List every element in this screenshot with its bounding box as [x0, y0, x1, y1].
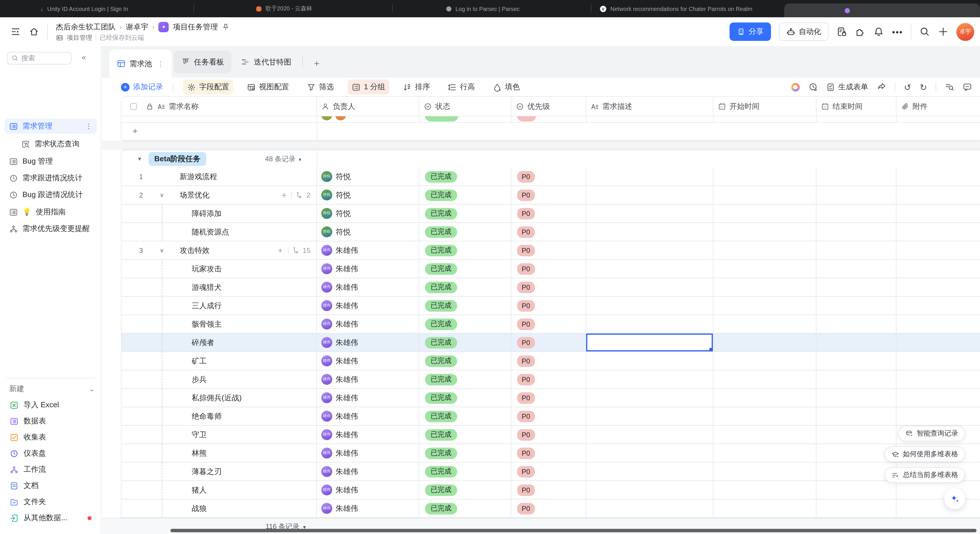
cell-status[interactable]: 已完成 [419, 389, 511, 407]
cell-description[interactable] [586, 407, 713, 425]
cell-end-time[interactable] [816, 278, 897, 296]
browser-tab-active[interactable] [784, 3, 980, 17]
cell-name[interactable]: 3 ∨ 攻击特效 ＋ 15 [121, 241, 317, 259]
cell-description[interactable] [586, 204, 713, 222]
cell-name[interactable]: ∨ 私掠佣兵(近战) ＋ [121, 389, 317, 407]
tab-iteration-gantt[interactable]: 迭代甘特图 [234, 51, 299, 73]
table-row[interactable]: ∨ 碎颅者 ＋ 雄伟 朱雄伟 已完成 P0 [121, 333, 980, 352]
sidebar-item-req-stats[interactable]: 需求跟进情况统计 [5, 171, 97, 185]
cell-owner[interactable]: 雄伟 朱雄伟 [317, 389, 419, 407]
cell-owner[interactable]: 雄伟 朱雄伟 [317, 260, 419, 277]
column-header-priority[interactable]: 优先级 [511, 97, 586, 116]
cell-owner[interactable]: 雄伟 朱雄伟 [317, 481, 419, 499]
comment-icon[interactable] [963, 82, 972, 92]
sidebar-item-req-status-query[interactable]: 需求状态查询 [5, 137, 97, 151]
cell-name[interactable]: ∨ 绝命毒师 ＋ [121, 407, 317, 425]
cell-name[interactable]: ∨ 猪人 ＋ [121, 481, 317, 499]
sidebar-toggle-icon[interactable] [10, 27, 21, 37]
cell-owner[interactable]: 雄伟 朱雄伟 [317, 333, 419, 351]
cell-owner[interactable]: 雄伟 朱雄伟 [317, 241, 419, 259]
column-header-description[interactable]: 需求描述 [586, 97, 713, 116]
subtask-controls[interactable]: ＋ 2 [280, 190, 310, 200]
cell-start-time[interactable] [713, 241, 816, 259]
table-row[interactable]: ∨ 战狼 ＋ 雄伟 朱雄伟 已完成 P0 [121, 499, 980, 518]
cell-name[interactable]: ∨ 步兵 ＋ [121, 370, 317, 388]
cell-name[interactable]: ∨ 三人成行 ＋ [121, 296, 317, 314]
cell-status[interactable]: 已完成 [419, 260, 511, 277]
cell-status[interactable]: 已完成 [419, 315, 511, 333]
cell-status[interactable]: 已完成 [419, 223, 511, 241]
browser-tab[interactable]: 歌于2020 - 云森林 [256, 0, 383, 17]
share-view-icon[interactable] [877, 82, 886, 92]
table-row[interactable]: ∨ 绝命毒师 ＋ 雄伟 朱雄伟 已完成 P0 [121, 407, 980, 426]
column-header-end-time[interactable]: 结束时间 [816, 97, 897, 116]
cell-description[interactable] [586, 389, 713, 407]
cell-end-time[interactable] [816, 333, 897, 351]
fill-color-button[interactable]: 填色 [489, 80, 524, 94]
new-doc-icon[interactable] [938, 27, 948, 37]
cell-priority[interactable]: P0 [511, 370, 586, 388]
cell-priority[interactable]: P0 [511, 389, 586, 407]
cell-description[interactable] [586, 370, 713, 388]
cell-description[interactable] [586, 499, 713, 517]
cell-start-time[interactable] [713, 333, 816, 351]
table-row[interactable]: 2 ∨ 场景优化 ＋ 2 符悦 符悦 已完成 P0 [121, 186, 980, 204]
cell-priority[interactable]: P0 [511, 407, 586, 425]
cell-description[interactable] [586, 481, 713, 499]
generate-form-button[interactable]: 生成表单 [826, 80, 868, 94]
cell-attachment[interactable] [897, 260, 980, 277]
cell-name[interactable]: ∨ 碎颅者 ＋ [121, 333, 317, 351]
cell-description[interactable] [586, 444, 713, 462]
cell-end-time[interactable] [816, 186, 897, 204]
sidebar-item-requirements[interactable]: 需求管理 ⋮ [5, 119, 97, 134]
cell-owner[interactable]: 符悦 符悦 [317, 223, 419, 241]
cell-start-time[interactable] [713, 462, 816, 480]
cell-priority[interactable]: P0 [511, 296, 586, 314]
table-row[interactable]: ∨ 守卫 ＋ 雄伟 朱雄伟 已完成 P0 [121, 426, 980, 444]
ai-assistant-button[interactable] [944, 488, 965, 509]
table-row[interactable]: ∨ 骸骨领主 ＋ 雄伟 朱雄伟 已完成 P0 [121, 315, 980, 333]
filter-button[interactable]: 筛选 [303, 80, 338, 94]
cell-owner[interactable]: 雄伟 朱雄伟 [317, 444, 419, 462]
cell-name[interactable]: ∨ 玩家攻击 ＋ [121, 260, 317, 277]
cell-name[interactable]: ∨ 林熊 ＋ [121, 444, 317, 462]
cell-start-time[interactable] [713, 204, 816, 222]
new-section-header[interactable]: 新建 ⌄ [9, 384, 94, 394]
widget-icon[interactable] [855, 27, 865, 37]
cell-description[interactable] [586, 315, 713, 333]
cell-attachment[interactable] [897, 389, 980, 407]
tab-task-kanban[interactable]: 任务看板 [174, 51, 231, 73]
cell-owner[interactable]: 雄伟 朱雄伟 [317, 315, 419, 333]
cell-description[interactable] [586, 296, 713, 314]
cell-description[interactable] [586, 462, 713, 480]
cell-owner[interactable]: 雄伟 朱雄伟 [317, 462, 419, 480]
cell-start-time[interactable] [713, 444, 816, 462]
cell-start-time[interactable] [713, 278, 816, 296]
cell-start-time[interactable] [713, 389, 816, 407]
sidebar-new-workflow[interactable]: 工作流 [5, 462, 97, 477]
summarize-table-button[interactable]: 总结当前多维表格 [885, 467, 965, 483]
automation-button[interactable]: 自动化 [779, 22, 829, 41]
cell-end-time[interactable] [816, 315, 897, 333]
sidebar-new-form[interactable]: 收集表 [5, 430, 97, 445]
table-row[interactable]: ∨ 私掠佣兵(近战) ＋ 雄伟 朱雄伟 已完成 P0 [121, 389, 980, 407]
cell-priority[interactable]: P0 [511, 333, 586, 351]
horizontal-scrollbar[interactable] [170, 529, 977, 532]
select-all-checkbox[interactable] [130, 103, 137, 110]
table-row[interactable]: ∨ 随机资源点 ＋ 符悦 符悦 已完成 P0 [121, 223, 980, 241]
how-to-use-button[interactable]: 如何使用多维表格 [885, 446, 965, 462]
column-header-owner[interactable]: 负责人 [317, 97, 419, 116]
search-icon[interactable] [920, 27, 930, 37]
cell-start-time[interactable] [713, 407, 816, 425]
cell-description[interactable] [586, 352, 713, 370]
cell-status[interactable]: 已完成 [419, 370, 511, 388]
cell-start-time[interactable] [713, 352, 816, 370]
table-row[interactable]: 3 ∨ 攻击特效 ＋ 15 雄伟 朱雄伟 已完成 P0 [121, 241, 980, 260]
view-config-button[interactable]: 视图配置 [243, 80, 293, 94]
cell-status[interactable]: 已完成 [419, 296, 511, 314]
cell-end-time[interactable] [816, 167, 897, 185]
group-button[interactable]: 1 分组 [348, 80, 389, 94]
table-row[interactable]: ∨ 障碍添加 ＋ 符悦 符悦 已完成 P0 [121, 204, 980, 223]
table-row[interactable]: ∨ 薄暮之刃 ＋ 雄伟 朱雄伟 已完成 P0 [121, 462, 980, 481]
cell-priority[interactable]: P0 [511, 167, 586, 185]
